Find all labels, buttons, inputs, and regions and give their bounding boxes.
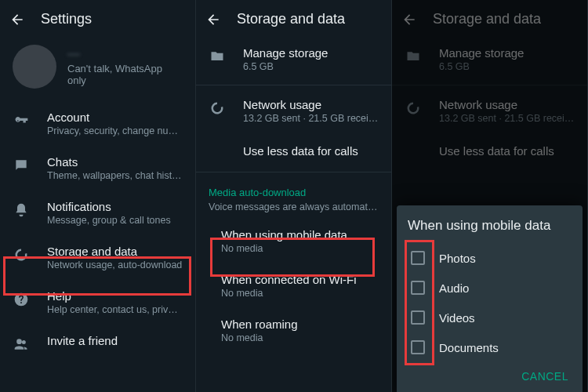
- checkbox-icon[interactable]: [411, 340, 425, 354]
- network-usage-item[interactable]: Network usage 13.2 GB sent · 21.5 GB rec…: [196, 89, 391, 133]
- back-arrow-icon[interactable]: [205, 12, 221, 27]
- storage-panel: Storage and data Manage storage 6.5 GB N…: [196, 0, 392, 392]
- data-usage-icon: [13, 246, 30, 263]
- settings-item-account[interactable]: Account Privacy, security, change number: [0, 101, 195, 146]
- item-title: Network usage: [243, 98, 379, 111]
- bell-icon: [13, 201, 30, 219]
- checkbox-icon[interactable]: [411, 281, 425, 295]
- item-sub: Message, group & call tones: [47, 215, 171, 226]
- item-sub: No media: [221, 243, 379, 254]
- key-icon: [13, 112, 30, 129]
- divider: [196, 172, 391, 172]
- storage-panel-with-dialog: Storage and data Manage storage 6.5 GB N…: [392, 0, 588, 392]
- option-videos[interactable]: Videos: [408, 303, 572, 332]
- page-title: Settings: [41, 11, 92, 27]
- mobile-data-dialog: When using mobile data Photos Audio Vide…: [397, 205, 583, 392]
- item-title: When using mobile data: [221, 228, 379, 241]
- item-sub: Theme, wallpapers, chat history: [47, 170, 183, 181]
- item-title: Help: [47, 289, 183, 303]
- wifi-item[interactable]: When connected on Wi-Fi No media: [196, 263, 391, 308]
- use-less-data-item[interactable]: Use less data for calls: [196, 133, 391, 169]
- item-sub: No media: [221, 288, 379, 299]
- item-title: Chats: [47, 155, 183, 169]
- profile-name: —: [67, 47, 183, 61]
- item-title: When connected on Wi-Fi: [221, 273, 379, 286]
- item-title: Notifications: [47, 200, 171, 213]
- dialog-title: When using mobile data: [408, 218, 572, 234]
- back-arrow-icon[interactable]: [9, 12, 25, 27]
- option-audio[interactable]: Audio: [408, 273, 572, 303]
- item-title: Manage storage: [243, 46, 328, 60]
- option-photos[interactable]: Photos: [408, 243, 572, 273]
- people-icon: [13, 336, 30, 353]
- option-label: Audio: [439, 281, 469, 295]
- divider: [196, 85, 391, 85]
- roaming-item[interactable]: When roaming No media: [196, 308, 391, 353]
- checkbox-icon[interactable]: [411, 310, 425, 325]
- help-icon: [13, 291, 30, 308]
- item-sub: Privacy, security, change number: [47, 125, 183, 136]
- option-label: Videos: [439, 311, 475, 325]
- header: Settings: [0, 0, 195, 37]
- section-header: Media auto-download: [196, 176, 391, 201]
- item-sub: 13.2 GB sent · 21.5 GB received: [243, 113, 379, 124]
- settings-item-chats[interactable]: Chats Theme, wallpapers, chat history: [0, 146, 195, 191]
- section-caption: Voice messages are always automatically …: [196, 201, 391, 219]
- page-title: Storage and data: [237, 11, 345, 27]
- settings-item-notifications[interactable]: Notifications Message, group & call tone…: [0, 191, 195, 235]
- profile-row[interactable]: — Can't talk, WhatsApp only: [0, 37, 195, 101]
- option-label: Documents: [439, 341, 499, 354]
- cancel-button[interactable]: CANCEL: [521, 370, 568, 383]
- item-title: Storage and data: [47, 245, 182, 258]
- settings-item-help[interactable]: Help Help center, contact us, privacy po…: [0, 280, 195, 325]
- avatar: [13, 45, 56, 89]
- option-label: Photos: [439, 252, 476, 265]
- data-usage-icon: [209, 100, 226, 117]
- item-sub: 6.5 GB: [243, 61, 328, 72]
- item-title: Invite a friend: [47, 334, 118, 347]
- checkbox-icon[interactable]: [411, 251, 425, 265]
- settings-item-storage[interactable]: Storage and data Network usage, auto-dow…: [0, 235, 195, 280]
- profile-status: Can't talk, WhatsApp only: [67, 63, 183, 86]
- item-sub: Help center, contact us, privacy policy: [47, 304, 183, 315]
- mobile-data-item[interactable]: When using mobile data No media: [196, 219, 391, 263]
- folder-icon: [209, 48, 226, 65]
- item-sub: Network usage, auto-download: [47, 260, 182, 270]
- option-documents[interactable]: Documents: [408, 332, 572, 362]
- settings-panel: Settings — Can't talk, WhatsApp only Acc…: [0, 0, 196, 392]
- item-title: Account: [47, 111, 183, 124]
- item-sub: No media: [221, 332, 379, 343]
- item-title: When roaming: [221, 318, 379, 331]
- settings-item-invite[interactable]: Invite a friend: [0, 325, 195, 362]
- manage-storage-item[interactable]: Manage storage 6.5 GB: [196, 37, 391, 82]
- chat-icon: [13, 157, 30, 174]
- header: Storage and data: [196, 0, 391, 37]
